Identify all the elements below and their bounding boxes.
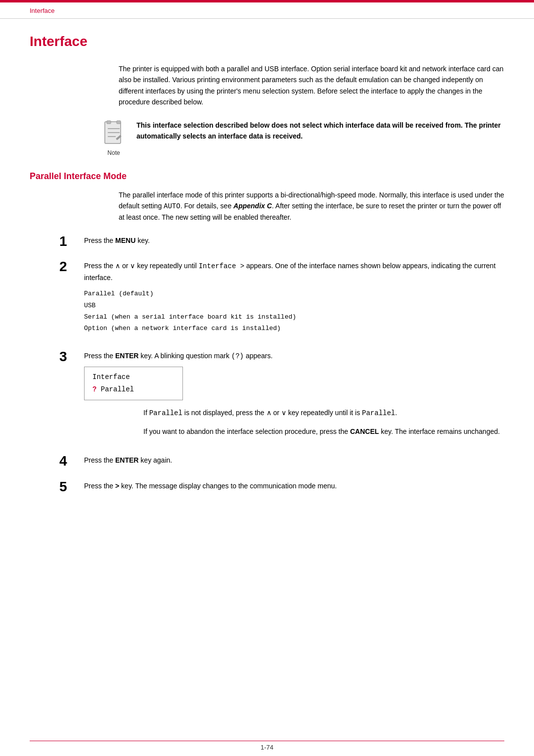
page-title: Interface [30, 34, 504, 49]
step-1: 1 Press the MENU key. [59, 233, 504, 250]
note-icon-area: Note [99, 120, 129, 156]
step-number-2: 2 [59, 258, 84, 275]
menu-key-label: MENU [115, 236, 135, 244]
step-content-1: Press the MENU key. [84, 233, 504, 246]
list-item: USB [84, 300, 504, 311]
intro-text: The printer is equipped with both a para… [119, 63, 504, 108]
step-number-4: 4 [59, 453, 84, 470]
auto-code: AUTO [164, 202, 180, 210]
cancel-key-label: CANCEL [350, 427, 379, 435]
list-item: Option (when a network interface card is… [84, 323, 504, 334]
display-line-2: ? Parallel [92, 383, 175, 396]
interface-list: Parallel (default) USB Serial (when a se… [84, 288, 504, 334]
steps-container: 1 Press the MENU key. 2 Press the ∧ or ∨… [59, 233, 504, 495]
step-content-3: Press the ENTER key. A blinking question… [84, 348, 504, 444]
note-text: This interface selection described below… [136, 120, 504, 142]
section-title: Parallel Interface Mode [30, 171, 504, 182]
step-2: 2 Press the ∧ or ∨ key repeatedly until … [59, 258, 504, 339]
question-mark-code: (?) [231, 352, 244, 360]
step-4: 4 Press the ENTER key again. [59, 453, 504, 470]
display-line-1: Interface [92, 371, 175, 383]
header-bar: Interface [0, 2, 534, 19]
step-content-4: Press the ENTER key again. [84, 453, 504, 466]
list-item: Parallel (default) [84, 288, 504, 299]
note-box: Note This interface selection described … [99, 120, 504, 156]
step-5: 5 Press the > key. The message display c… [59, 478, 504, 495]
parallel-code-2: Parallel [362, 409, 395, 417]
step-number-3: 3 [59, 348, 84, 365]
appendix-link: Appendix C [233, 202, 272, 210]
step-content-2: Press the ∧ or ∨ key repeatedly until In… [84, 258, 504, 339]
step-content-5: Press the > key. The message display cha… [84, 478, 504, 491]
interface-code: Interface > [199, 262, 244, 270]
page-content: Interface The printer is equipped with b… [0, 19, 534, 533]
bottom-line [30, 741, 504, 741]
step-number-5: 5 [59, 478, 84, 495]
after-display-text-1: If Parallel is not displayed, press the … [143, 407, 504, 419]
enter-key-label-2: ENTER [115, 456, 138, 464]
after-display-text-2: If you want to abandon the interface sel… [143, 426, 504, 437]
step-3: 3 Press the ENTER key. A blinking questi… [59, 348, 504, 444]
note-label: Note [107, 149, 120, 156]
parallel-code-inline: Parallel [149, 409, 182, 417]
page-number: 1-74 [261, 744, 273, 751]
arrow-key-label: > [115, 482, 119, 490]
list-item: Serial (when a serial interface board ki… [84, 311, 504, 323]
enter-key-label: ENTER [115, 352, 138, 360]
svg-rect-2 [117, 121, 121, 124]
svg-rect-1 [107, 121, 111, 124]
step-number-1: 1 [59, 233, 84, 250]
note-icon [102, 120, 126, 147]
display-box: Interface ? Parallel [84, 367, 183, 400]
breadcrumb: Interface [30, 7, 55, 14]
section-intro: The parallel interface mode of this prin… [119, 189, 504, 223]
footer: 1-74 [0, 744, 534, 751]
blink-cursor: ? [92, 385, 96, 393]
